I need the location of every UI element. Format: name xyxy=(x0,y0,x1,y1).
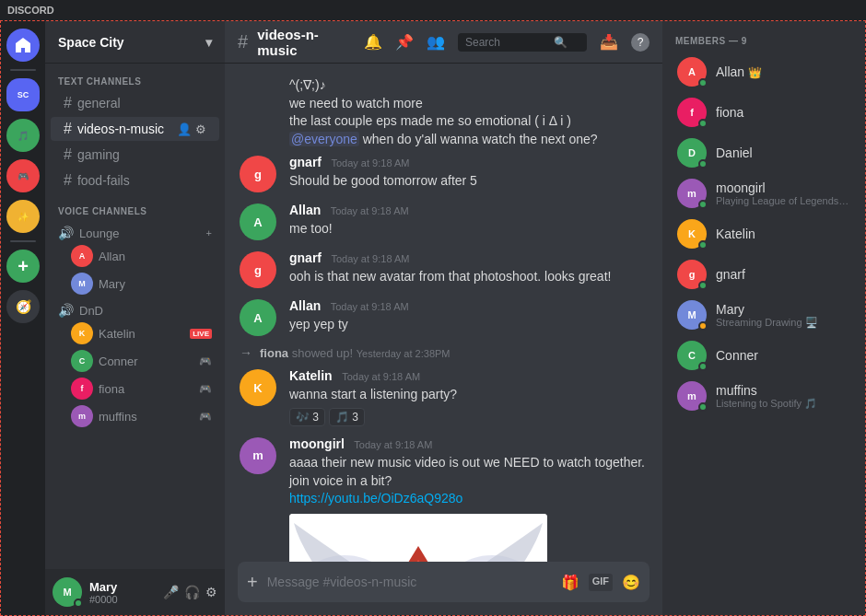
message-content: Allan Today at 9:18 AM yep yep ty xyxy=(289,297,648,334)
message-content: gnarf Today at 9:18 AM Should be good to… xyxy=(289,154,648,191)
server-header[interactable]: Space City ▾ xyxy=(45,21,225,64)
user-settings-button[interactable]: ⚙ xyxy=(205,585,217,599)
headphones-button[interactable]: 🎧 xyxy=(184,585,200,599)
member-item-katelin[interactable]: K Katelin xyxy=(670,214,858,254)
voice-member-name-fiona: fiona xyxy=(99,382,124,396)
mic-button[interactable]: 🎤 xyxy=(163,585,179,599)
voice-member-conner[interactable]: C Conner 🎮 xyxy=(45,347,225,375)
voice-channel-dnd[interactable]: 🔊 DnD xyxy=(45,297,225,320)
bell-icon[interactable]: 🔔 xyxy=(364,33,382,51)
voice-member-allan[interactable]: A Allan xyxy=(45,242,225,270)
home-button[interactable] xyxy=(6,29,40,62)
pin-icon[interactable]: 📌 xyxy=(395,33,414,51)
message-time: Today at 9:18 AM xyxy=(331,301,409,312)
member-avatar-muffins: m xyxy=(677,381,707,411)
youtube-link[interactable]: https://youtu.be/OiDz6aQ928o xyxy=(289,491,462,506)
message-item: A Allan Today at 9:18 AM yep yep ty xyxy=(225,294,662,340)
online-dot xyxy=(698,240,708,250)
member-item-gnarf[interactable]: g gnarf xyxy=(670,254,858,295)
search-bar[interactable]: 🔍 xyxy=(458,33,587,52)
voice-member-muffins[interactable]: m muffins 🎮 xyxy=(45,402,225,430)
channel-item-videos-n-music[interactable]: # videos-n-music 👤 ⚙ xyxy=(51,117,219,141)
reaction-btn[interactable]: 🎶 3 xyxy=(289,408,325,426)
join-icon: → xyxy=(240,345,252,360)
mini-avatar-muffins-voice: m xyxy=(71,405,93,427)
message-time: Today at 9:18 AM xyxy=(342,371,420,382)
chevron-icon: ▾ xyxy=(205,35,212,50)
member-item-fiona[interactable]: f fiona xyxy=(670,92,858,133)
message-author: Allan xyxy=(289,203,321,217)
member-info: Conner xyxy=(716,348,850,363)
video-embed[interactable]: BEAK xyxy=(289,514,547,562)
gift-icon[interactable]: 🎁 xyxy=(561,574,579,591)
mini-avatar-fiona-voice: f xyxy=(71,378,93,400)
member-item-mary[interactable]: M Mary Streaming Drawing 🖥️ xyxy=(670,295,858,335)
message-content: Allan Today at 9:18 AM me too! xyxy=(289,202,648,238)
member-info: Mary Streaming Drawing 🖥️ xyxy=(716,302,850,329)
channel-item-food-fails[interactable]: # food-fails xyxy=(51,169,219,192)
member-info: Katelin xyxy=(716,227,850,241)
reactions: 🎶 3 🎵 3 xyxy=(289,408,648,426)
sidebar-separator-2 xyxy=(10,240,36,242)
member-name-conner: Conner xyxy=(716,348,850,363)
message-item: ^(;∇;)♪ we need to watch more the last c… xyxy=(225,73,662,150)
message-text: yep yep ty xyxy=(289,316,648,334)
gif-icon[interactable]: GIF xyxy=(589,574,613,591)
message-time: Today at 9:18 AM xyxy=(331,205,409,216)
explore-button[interactable]: 🧭 xyxy=(6,290,40,323)
message-text-input[interactable] xyxy=(267,575,552,589)
message-author: gnarf xyxy=(289,250,322,265)
search-input[interactable] xyxy=(465,36,548,49)
server-icon-4[interactable]: ✨ xyxy=(6,200,40,233)
voice-member-katelin[interactable]: K Katelin LIVE xyxy=(45,320,225,347)
message-time: Today at 9:18 AM xyxy=(331,157,409,169)
member-item-daniel[interactable]: D Daniel xyxy=(670,133,858,173)
message-avatar: A xyxy=(240,299,276,336)
text-channels-label: TEXT CHANNELS xyxy=(45,64,225,90)
settings-icon[interactable]: ⚙ xyxy=(195,122,206,136)
message-author: Katelin xyxy=(289,368,333,383)
server-icon-sc[interactable]: SC xyxy=(6,78,40,111)
server-icon-3[interactable]: 🎮 xyxy=(6,159,40,192)
live-badge: LIVE xyxy=(190,329,212,339)
voice-channel-lounge[interactable]: 🔊 Lounge + xyxy=(45,220,225,242)
message-item: g gnarf Today at 9:18 AM ooh is that new… xyxy=(225,246,662,292)
help-icon[interactable]: ? xyxy=(631,33,650,52)
message-author: moongirl xyxy=(289,436,345,451)
mention-tag: @everyone xyxy=(289,132,359,146)
channel-item-general[interactable]: # general xyxy=(51,91,219,115)
member-avatar-fiona: f xyxy=(677,98,707,127)
server-icon-2[interactable]: 🎵 xyxy=(6,119,40,152)
add-voice-icon[interactable]: + xyxy=(206,227,212,238)
channel-item-gaming[interactable]: # gaming xyxy=(51,143,219,167)
message-item: A Allan Today at 9:18 AM me too! xyxy=(225,198,662,244)
hash-icon: # xyxy=(64,95,72,111)
emoji-icon[interactable]: 😊 xyxy=(622,574,640,591)
member-item-conner[interactable]: C Conner xyxy=(670,335,858,376)
channel-sidebar: Space City ▾ TEXT CHANNELS # general # v… xyxy=(45,21,225,615)
hash-icon-active: # xyxy=(64,121,72,137)
member-avatar-gnarf: g xyxy=(677,260,707,289)
member-item-muffins[interactable]: m muffins Listening to Spotify 🎵 xyxy=(670,376,858,416)
members-icon[interactable]: 👥 xyxy=(427,33,445,51)
user-icon[interactable]: 👤 xyxy=(177,122,192,136)
member-status-muffins: Listening to Spotify 🎵 xyxy=(716,398,850,410)
member-status-moongirl: Playing League of Legends 🎮 xyxy=(716,195,850,207)
reaction-btn[interactable]: 🎵 3 xyxy=(329,408,365,426)
channel-name-videos: videos-n-music xyxy=(77,122,164,136)
message-text: ^(;∇;)♪ we need to watch more the last c… xyxy=(289,76,648,148)
channel-name-general: general xyxy=(77,96,121,110)
member-item-allan[interactable]: A Allan 👑 xyxy=(670,52,858,92)
member-avatar-conner: C xyxy=(677,341,707,370)
member-item-moongirl[interactable]: m moongirl Playing League of Legends 🎮 xyxy=(670,173,858,214)
voice-member-mary[interactable]: M Mary xyxy=(45,270,225,297)
inbox-icon[interactable]: 📥 xyxy=(600,33,618,51)
member-avatar-allan: A xyxy=(677,57,707,87)
message-avatar: g xyxy=(240,156,276,192)
add-server-button[interactable]: + xyxy=(6,250,40,283)
channel-title: videos-n-music xyxy=(257,27,355,58)
voice-member-fiona[interactable]: f fiona 🎮 xyxy=(45,375,225,402)
message-author: Allan xyxy=(289,298,321,313)
attach-button[interactable]: + xyxy=(247,572,258,593)
message-author: gnarf xyxy=(289,155,322,169)
